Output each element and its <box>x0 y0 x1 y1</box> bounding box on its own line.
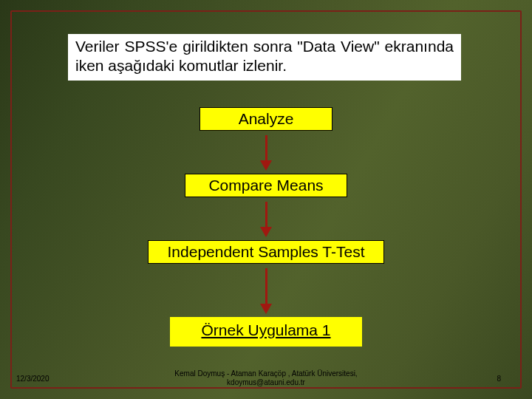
flow-container: Analyze Compare Means Independent Sample… <box>0 107 532 347</box>
step-ttest-label: Independent Samples T-Test <box>168 243 365 260</box>
footer-page-number: 8 <box>497 375 501 383</box>
intro-text: Veriler SPSS'e girildikten sonra "Data V… <box>75 38 454 74</box>
arrow-down-icon <box>260 202 272 237</box>
slide-background: Veriler SPSS'e girildikten sonra "Data V… <box>0 0 532 399</box>
arrow-down-icon <box>260 268 272 314</box>
footer-attribution: Kemal Doymuş - Ataman Karaçöp , Atatürk … <box>155 369 377 387</box>
step-analyze-label: Analyze <box>239 110 294 127</box>
footer-date: 12/3/2020 <box>16 375 50 383</box>
step-independent-samples-ttest: Independent Samples T-Test <box>148 240 384 264</box>
step-compare-label: Compare Means <box>208 177 323 194</box>
step-compare-means: Compare Means <box>185 174 347 197</box>
step-analyze: Analyze <box>200 107 332 131</box>
arrow-down-icon <box>260 135 272 171</box>
intro-text-box: Veriler SPSS'e girildikten sonra "Data V… <box>68 34 461 81</box>
example-link[interactable]: Örnek Uygulama 1 <box>170 317 362 347</box>
example-link-label: Örnek Uygulama 1 <box>201 321 330 338</box>
